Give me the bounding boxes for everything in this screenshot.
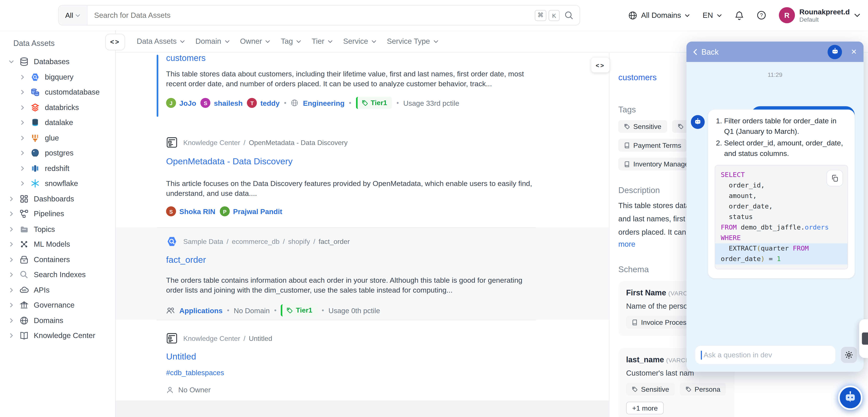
chevron-right-icon[interactable] bbox=[8, 211, 14, 217]
sidebar-collapse-button[interactable]: <> bbox=[105, 34, 125, 50]
chevron-right-icon[interactable] bbox=[8, 287, 14, 293]
chevron-right-icon[interactable] bbox=[8, 241, 14, 247]
global-search[interactable]: All ⌘ K bbox=[58, 5, 580, 25]
sidebar-item-redshift[interactable]: redshift bbox=[0, 161, 115, 176]
result-card-customers[interactable]: customers This table stores data about c… bbox=[157, 53, 536, 109]
sidebar-item-ml-models[interactable]: ML Models bbox=[0, 237, 115, 252]
result-card-untitled[interactable]: Knowledge Center/Untitled Untitled #cdb_… bbox=[157, 332, 536, 394]
owner-chip[interactable]: JJoJo bbox=[166, 98, 196, 108]
domain-link[interactable]: Engineering bbox=[303, 99, 344, 107]
owner-chip[interactable]: PPrajwal Pandit bbox=[220, 206, 282, 216]
search-input[interactable] bbox=[87, 11, 535, 20]
owner-chip[interactable]: Sshailesh bbox=[201, 98, 243, 108]
breadcrumb-page[interactable]: Untitled bbox=[249, 334, 272, 342]
search-icon[interactable] bbox=[564, 10, 574, 20]
chevron-right-icon[interactable] bbox=[19, 74, 25, 80]
sidebar-item-databricks[interactable]: databricks bbox=[0, 100, 115, 115]
filter-tag[interactable]: Tag bbox=[281, 37, 301, 45]
user-menu[interactable]: R Rounakpreet.d Default bbox=[779, 7, 860, 23]
tag-chip[interactable]: Persona bbox=[680, 383, 726, 395]
chevron-right-icon[interactable] bbox=[8, 333, 14, 339]
owner-chip[interactable]: SShoka RIN bbox=[166, 206, 216, 216]
tag-chip[interactable]: Sensitive bbox=[626, 383, 675, 395]
filter-data-assets[interactable]: Data Assets bbox=[137, 37, 185, 45]
breadcrumb-root[interactable]: Knowledge Center bbox=[183, 334, 240, 342]
sidebar-item-dashboards[interactable]: Dashboards bbox=[0, 191, 115, 206]
bot-avatar-icon bbox=[691, 115, 705, 129]
sidebar-item-glue[interactable]: glue bbox=[0, 130, 115, 146]
result-title-link[interactable]: customers bbox=[166, 53, 536, 63]
filter-tier[interactable]: Tier bbox=[312, 37, 333, 45]
sidebar-item-label: ML Models bbox=[34, 240, 70, 249]
sidebar-item-knowledge-center[interactable]: Knowledge Center bbox=[0, 328, 115, 343]
result-title-link[interactable]: OpenMetadata - Data Discovery bbox=[166, 157, 536, 166]
breadcrumb-root[interactable]: Knowledge Center bbox=[183, 138, 240, 146]
hashtag-link[interactable]: #cdb_tablespaces bbox=[166, 368, 536, 377]
close-icon[interactable]: ✕ bbox=[851, 47, 857, 56]
more-tags-chip[interactable]: +1 more bbox=[626, 402, 664, 414]
sidebar-item-governance[interactable]: Governance bbox=[0, 298, 115, 313]
bot-message-row: Filter orders table for order_date in Q1… bbox=[691, 109, 855, 278]
person-icon bbox=[166, 386, 174, 394]
result-title-link[interactable]: fact_order bbox=[166, 255, 536, 265]
chat-settings-button[interactable] bbox=[841, 347, 857, 363]
sidebar-item-databases[interactable]: Databases bbox=[0, 54, 115, 69]
sidebar-item-snowflake[interactable]: snowflake bbox=[0, 176, 115, 191]
chevron-right-icon[interactable] bbox=[19, 104, 25, 110]
owner-chip[interactable]: Tteddy bbox=[247, 98, 279, 108]
breadcrumb-page[interactable]: fact_order bbox=[318, 238, 350, 246]
tier-badge[interactable]: Tier1 bbox=[281, 304, 317, 316]
sidebar-item-customdatabase[interactable]: customdatabase bbox=[0, 85, 115, 100]
breadcrumb-item[interactable]: shopify bbox=[288, 238, 310, 246]
sidebar-item-topics[interactable]: Topics bbox=[0, 222, 115, 237]
breadcrumb-item[interactable]: Sample Data bbox=[183, 238, 223, 246]
tier-badge[interactable]: Tier1 bbox=[355, 97, 392, 109]
sidebar-item-postgres[interactable]: postgres bbox=[0, 146, 115, 161]
sidebar-item-bigquery[interactable]: bigquery bbox=[0, 69, 115, 85]
all-domains-dropdown[interactable]: All Domains bbox=[628, 11, 690, 20]
chevron-right-icon[interactable] bbox=[19, 135, 25, 141]
breadcrumb-item[interactable]: ecommerce_db bbox=[232, 238, 279, 246]
notifications-bell-icon[interactable] bbox=[735, 10, 744, 20]
chevron-right-icon[interactable] bbox=[8, 302, 14, 308]
breadcrumb-page[interactable]: OpenMetadata - Data Discovery bbox=[249, 138, 348, 146]
chevron-right-icon[interactable] bbox=[19, 150, 25, 156]
sidebar-item-datalake[interactable]: datalake bbox=[0, 115, 115, 130]
sidebar-item-search-indexes[interactable]: Search Indexes bbox=[0, 267, 115, 283]
chevron-right-icon[interactable] bbox=[19, 181, 25, 186]
glossary-chip[interactable]: Payment Terms bbox=[618, 139, 687, 152]
filter-owner[interactable]: Owner bbox=[240, 37, 270, 45]
result-card-data-discovery[interactable]: Knowledge Center/OpenMetadata - Data Dis… bbox=[157, 137, 536, 216]
copy-button[interactable] bbox=[827, 170, 843, 186]
tag-chip[interactable]: Sensitive bbox=[618, 120, 667, 133]
chevron-right-icon[interactable] bbox=[8, 196, 14, 202]
chevron-right-icon[interactable] bbox=[8, 272, 14, 278]
breadcrumb: Sample Data/ ecommerce_db/ shopify/ fact… bbox=[166, 236, 536, 247]
chevron-right-icon[interactable] bbox=[19, 165, 25, 171]
chevron-down-icon[interactable] bbox=[8, 59, 14, 65]
sidebar-item-pipelines[interactable]: Pipelines bbox=[0, 206, 115, 222]
team-link[interactable]: Applications bbox=[180, 306, 223, 315]
right-edge-drawer-handle[interactable] bbox=[859, 319, 868, 358]
chevron-right-icon[interactable] bbox=[8, 318, 14, 323]
result-card-fact-order[interactable]: Sample Data/ ecommerce_db/ shopify/ fact… bbox=[157, 236, 536, 317]
result-title-link[interactable]: Untitled bbox=[166, 352, 536, 362]
back-chevron-icon[interactable] bbox=[693, 49, 698, 55]
preview-panel-collapse-button[interactable]: <> bbox=[591, 58, 609, 72]
language-dropdown[interactable]: EN bbox=[703, 11, 722, 20]
chevron-right-icon[interactable] bbox=[19, 89, 25, 95]
filter-service-type[interactable]: Service Type bbox=[387, 37, 438, 45]
chevron-right-icon[interactable] bbox=[19, 120, 25, 126]
help-icon[interactable]: ? bbox=[757, 10, 766, 20]
assistant-launcher-button[interactable] bbox=[838, 386, 862, 410]
filter-domain[interactable]: Domain bbox=[195, 37, 230, 45]
chevron-right-icon[interactable] bbox=[8, 226, 14, 232]
back-button[interactable]: Back bbox=[702, 47, 719, 56]
chevron-right-icon[interactable] bbox=[8, 257, 14, 262]
chat-input[interactable]: Ask a question in dev bbox=[695, 346, 835, 364]
sidebar-item-apis[interactable]: API APIs bbox=[0, 283, 115, 298]
sidebar-item-containers[interactable]: Containers bbox=[0, 252, 115, 267]
search-scope-dropdown[interactable]: All bbox=[59, 6, 87, 25]
sidebar-item-domains[interactable]: Domains bbox=[0, 313, 115, 328]
filter-service[interactable]: Service bbox=[343, 37, 376, 45]
